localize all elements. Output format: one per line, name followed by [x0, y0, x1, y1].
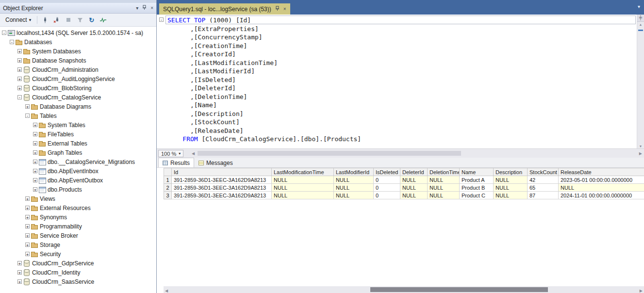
tree-item[interactable]: +dbo.__CatalogService_Migrations	[0, 157, 156, 166]
row-header[interactable]: 2	[164, 184, 172, 192]
column-header[interactable]: IsDeleted	[374, 168, 400, 176]
tree-item[interactable]: +Security	[0, 249, 156, 259]
code-line[interactable]: ,[DeleterId]	[167, 84, 636, 93]
row-header[interactable]: 3	[164, 192, 172, 199]
column-header[interactable]: Name	[460, 168, 494, 176]
column-header[interactable]: Id	[172, 168, 272, 176]
tree-item[interactable]: +Service Broker	[0, 231, 156, 240]
results-horizontal-scrollbar[interactable]: ◀ ▶	[164, 286, 644, 293]
grid-cell[interactable]: 0	[374, 184, 400, 192]
tree-item[interactable]: +dbo.AbpEventOutbox	[0, 176, 156, 185]
tree-item[interactable]: +CloudCrm_Identity	[0, 268, 156, 277]
grid-cell[interactable]: 391-2859-36D1-3EEC-3A162D9A8213	[172, 176, 272, 184]
activity-monitor-icon[interactable]	[99, 16, 107, 24]
tab-close-icon[interactable]: ×	[283, 6, 286, 12]
tree-item[interactable]: -Tables	[0, 111, 156, 120]
expand-toggle-icon[interactable]: +	[17, 261, 22, 265]
scroll-down-icon[interactable]: ▼	[637, 145, 644, 148]
grid-cell[interactable]: 42	[528, 176, 559, 184]
tree-item[interactable]: +dbo.Products	[0, 185, 156, 194]
splitter-handle-icon[interactable]: ╪	[637, 15, 644, 22]
tree-item[interactable]: +External Tables	[0, 139, 156, 148]
stop-icon[interactable]	[64, 16, 72, 24]
object-explorer-titlebar[interactable]: Object Explorer ▾ ×	[0, 3, 156, 14]
editor-vertical-scrollbar[interactable]: ╪ ▲ ▼	[637, 15, 644, 148]
scroll-left-icon[interactable]: ◀	[192, 151, 195, 156]
expand-toggle-icon[interactable]: +	[17, 58, 22, 63]
expand-toggle-icon[interactable]: +	[25, 243, 30, 247]
grid-cell[interactable]: 2024-11-01 00:00:00.0000000	[559, 192, 644, 199]
expand-toggle-icon[interactable]: +	[17, 279, 22, 284]
grid-cell[interactable]: Product B	[460, 184, 494, 192]
grid-cell[interactable]: 391-2859-36D1-3EEC-3A162D9A8213	[172, 192, 272, 199]
filter-icon[interactable]	[76, 16, 84, 24]
tab-pin-icon[interactable]	[275, 6, 280, 13]
tree-item[interactable]: +CloudCrm_Administration	[0, 65, 156, 74]
tree-item[interactable]: +Database Diagrams	[0, 102, 156, 111]
grid-cell[interactable]: NULL	[494, 184, 528, 192]
expand-toggle-icon[interactable]: +	[25, 206, 30, 210]
grid-cell[interactable]: 87	[528, 192, 559, 199]
code-line[interactable]: ,[CreatorId]	[167, 50, 636, 59]
grid-cell[interactable]: NULL	[334, 184, 374, 192]
expand-toggle-icon[interactable]: -	[2, 31, 6, 35]
code-line[interactable]: ,[Name]	[167, 101, 636, 110]
tree-item[interactable]: +dbo.AbpEventInbox	[0, 166, 156, 176]
tree-item[interactable]: -Databases	[0, 37, 156, 47]
window-position-dropdown-icon[interactable]: ▾	[136, 6, 138, 11]
tree-item[interactable]: +Synonyms	[0, 212, 156, 222]
grid-cell[interactable]: 65	[528, 184, 559, 192]
expand-toggle-icon[interactable]: +	[33, 178, 37, 182]
disconnect-icon[interactable]	[52, 16, 61, 24]
tree-item[interactable]: +Programmability	[0, 222, 156, 231]
column-header[interactable]: Description	[494, 168, 528, 176]
code-line[interactable]: ,[LastModifierId]	[167, 67, 636, 76]
expand-toggle-icon[interactable]: +	[17, 49, 22, 53]
tree-item[interactable]: +CloudCrm_SaasService	[0, 277, 156, 286]
expand-toggle-icon[interactable]: +	[17, 270, 22, 275]
expand-toggle-icon[interactable]: +	[17, 86, 22, 90]
tree-item[interactable]: +External Resources	[0, 203, 156, 212]
grid-cell[interactable]: NULL	[428, 192, 460, 199]
expand-toggle-icon[interactable]: -	[17, 95, 22, 99]
grid-cell[interactable]: NULL	[494, 176, 528, 184]
code-line[interactable]: ,[IsDeleted]	[167, 76, 636, 84]
tree-item[interactable]: -localhost,1434 (SQL Server 15.0.2000.15…	[0, 28, 156, 37]
grid-cell[interactable]: 0	[374, 176, 400, 184]
column-header[interactable]: LastModifierId	[334, 168, 374, 176]
scroll-right-icon[interactable]: ▶	[639, 151, 642, 156]
tab-messages[interactable]: Messages	[194, 158, 237, 167]
code-line[interactable]: ,[StockCount]	[167, 118, 636, 127]
expand-toggle-icon[interactable]: -	[25, 114, 30, 118]
column-header[interactable]: ReleaseDate	[559, 168, 644, 176]
column-header[interactable]: StockCount	[528, 168, 559, 176]
column-header[interactable]: DeletionTime	[428, 168, 460, 176]
grid-cell[interactable]: 0	[374, 192, 400, 199]
connect-server-icon[interactable]	[41, 16, 49, 24]
expand-toggle-icon[interactable]: +	[33, 160, 37, 164]
expand-toggle-icon[interactable]: +	[33, 169, 37, 173]
grid-cell[interactable]: NULL	[400, 176, 428, 184]
code-line[interactable]: ,[ConcurrencyStamp]	[167, 33, 636, 42]
code-line[interactable]: ,[ExtraProperties]	[167, 25, 636, 33]
expand-toggle-icon[interactable]: +	[25, 104, 30, 109]
scrollbar-thumb[interactable]	[370, 287, 548, 292]
expand-toggle-icon[interactable]: +	[33, 187, 37, 192]
code-line[interactable]: ,[CreationTime]	[167, 42, 636, 50]
zoom-dropdown[interactable]: 100 % ▾	[158, 150, 183, 157]
grid-cell[interactable]: NULL	[400, 184, 428, 192]
tree-item[interactable]: +Graph Tables	[0, 148, 156, 157]
tree-item[interactable]: +System Databases	[0, 47, 156, 56]
pin-icon[interactable]	[142, 5, 147, 12]
grid-cell[interactable]: NULL	[428, 176, 460, 184]
tree-item[interactable]: +Views	[0, 194, 156, 203]
code-fold-icon[interactable]: -	[159, 17, 164, 22]
grid-corner[interactable]	[164, 168, 172, 176]
code-line[interactable]: ,[LastModificationTime]	[167, 59, 636, 67]
grid-cell[interactable]: NULL	[428, 184, 460, 192]
grid-cell[interactable]: NULL	[272, 192, 334, 199]
tree-item[interactable]: +FileTables	[0, 130, 156, 139]
connect-button[interactable]: Connect ▾	[3, 15, 33, 25]
scrollbar-thumb[interactable]	[198, 151, 461, 156]
grid-cell[interactable]: NULL	[272, 176, 334, 184]
